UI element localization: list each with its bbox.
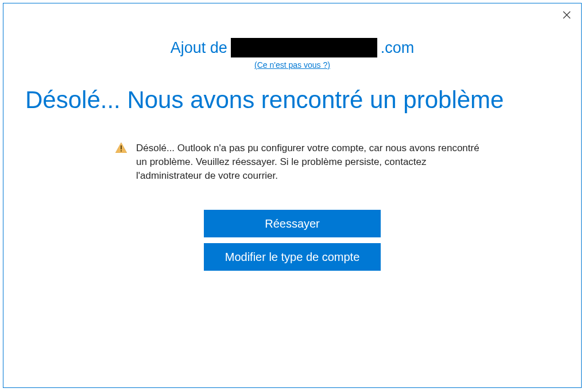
change-account-type-button[interactable]: Modifier le type de compte xyxy=(204,243,381,271)
not-you-container: (Ce n'est pas vous ?) xyxy=(3,60,581,70)
retry-button[interactable]: Réessayer xyxy=(204,210,381,237)
svg-rect-3 xyxy=(121,145,122,149)
redacted-email xyxy=(231,38,377,57)
header-line: Ajout de .com xyxy=(3,38,581,57)
header: Ajout de .com (Ce n'est pas vous ?) xyxy=(3,38,581,70)
button-stack: Réessayer Modifier le type de compte xyxy=(3,210,581,271)
not-you-link[interactable]: (Ce n'est pas vous ?) xyxy=(254,60,330,70)
error-heading: Désolé... Nous avons rencontré un problè… xyxy=(25,86,581,114)
error-message-text: Désolé... Outlook n'a pas pu configurer … xyxy=(136,141,489,182)
close-icon xyxy=(563,11,571,19)
close-button[interactable] xyxy=(561,9,572,21)
svg-rect-4 xyxy=(121,151,122,152)
header-suffix: .com xyxy=(381,39,415,57)
error-message-row: Désolé... Outlook n'a pas pu configurer … xyxy=(115,141,489,182)
header-prefix: Ajout de xyxy=(171,39,227,57)
account-setup-dialog: Ajout de .com (Ce n'est pas vous ?) Déso… xyxy=(3,3,582,388)
warning-icon xyxy=(115,143,127,155)
